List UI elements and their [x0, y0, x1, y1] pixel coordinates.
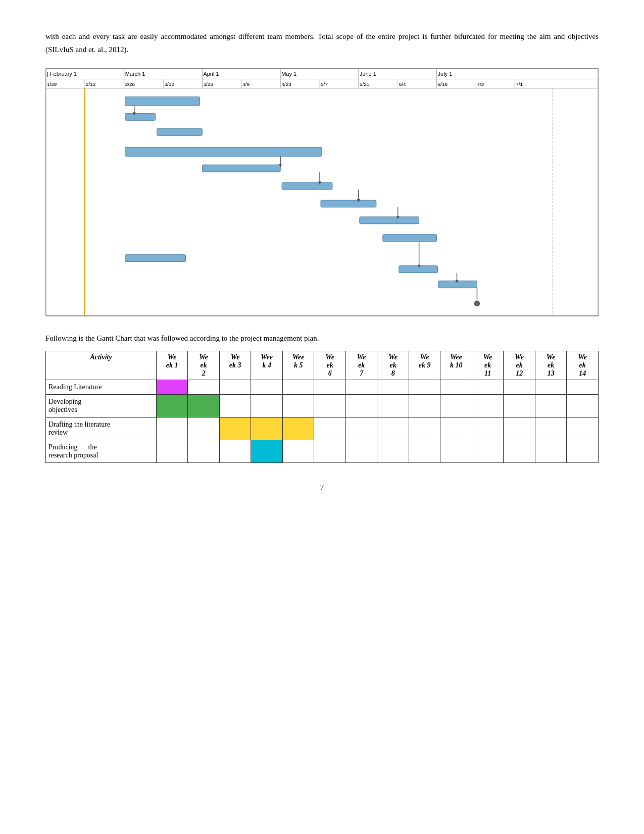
table-row: Producing theresearch proposal [46, 440, 599, 463]
svg-text:7/2: 7/2 [477, 81, 484, 87]
activity-table: Activity Week 1 Week2 Week 3 Week 4 Week… [45, 351, 599, 463]
week-cell-2-6 [314, 395, 346, 418]
week-cell-4-2 [188, 440, 220, 463]
week-cell-3-7 [345, 418, 377, 440]
week-cell-4-1 [156, 440, 188, 463]
week-cell-4-3 [219, 440, 251, 463]
svg-text:April 1: April 1 [203, 71, 219, 77]
week-cell-1-5 [282, 380, 314, 395]
week-cell-4-7 [345, 440, 377, 463]
week-cell-4-12 [504, 440, 535, 463]
svg-rect-51 [282, 182, 332, 190]
week-cell-4-9 [409, 440, 440, 463]
week-header-4: Week 4 [251, 351, 283, 380]
following-text: Following is the Gantt Chart that was fo… [45, 334, 599, 343]
svg-text:3/12: 3/12 [165, 81, 175, 87]
week-header-8: Week8 [377, 351, 409, 380]
svg-rect-57 [360, 217, 419, 224]
week-header-10: Week 10 [440, 351, 472, 380]
svg-text:7/1: 7/1 [516, 81, 523, 87]
svg-rect-54 [321, 200, 376, 207]
table-row: Developingobjectives [46, 395, 599, 418]
svg-text:March 1: March 1 [125, 71, 145, 77]
week-header-5: Week 5 [282, 351, 314, 380]
week-header-1: Week 1 [156, 351, 188, 380]
week-cell-3-4 [251, 418, 283, 440]
svg-text:July 1: July 1 [438, 71, 453, 77]
week-header-6: Week6 [314, 351, 346, 380]
week-cell-3-3 [219, 418, 251, 440]
svg-rect-38 [46, 69, 598, 316]
page-number: 7 [45, 483, 599, 492]
week-cell-1-4 [251, 380, 283, 395]
svg-point-69 [474, 301, 479, 306]
activity-name: Producing theresearch proposal [46, 440, 157, 463]
week-cell-2-4 [251, 395, 283, 418]
svg-rect-47 [125, 147, 322, 156]
svg-rect-48 [202, 165, 280, 172]
week-cell-1-2 [188, 380, 220, 395]
activity-name: Developingobjectives [46, 395, 157, 418]
week-cell-2-7 [345, 395, 377, 418]
svg-text:May 1: May 1 [281, 71, 296, 77]
week-cell-1-3 [219, 380, 251, 395]
week-cell-3-8 [377, 418, 409, 440]
week-cell-3-5 [282, 418, 314, 440]
table-row: Drafting the literaturereview [46, 418, 599, 440]
week-cell-2-8 [377, 395, 409, 418]
svg-text:1/29: 1/29 [47, 81, 57, 87]
week-cell-3-6 [314, 418, 346, 440]
week-cell-3-9 [409, 418, 440, 440]
week-cell-1-12 [504, 380, 535, 395]
week-cell-2-5 [282, 395, 314, 418]
week-cell-1-9 [409, 380, 440, 395]
week-header-11: Week11 [472, 351, 504, 380]
week-cell-3-2 [188, 418, 220, 440]
week-cell-1-10 [440, 380, 472, 395]
week-cell-1-1 [156, 380, 188, 395]
week-cell-1-8 [377, 380, 409, 395]
week-header-13: Week13 [535, 351, 567, 380]
week-cell-2-10 [440, 395, 472, 418]
week-cell-2-9 [409, 395, 440, 418]
week-cell-4-6 [314, 440, 346, 463]
intro-paragraph: with each and every task are easily acco… [45, 30, 599, 56]
week-cell-3-1 [156, 418, 188, 440]
week-header-9: Week 9 [409, 351, 440, 380]
svg-text:4/23: 4/23 [281, 81, 291, 87]
svg-text:4/9: 4/9 [242, 81, 250, 87]
week-cell-2-3 [219, 395, 251, 418]
week-cell-3-11 [472, 418, 504, 440]
svg-rect-42 [125, 97, 200, 106]
svg-text:2/12: 2/12 [86, 81, 96, 87]
week-cell-3-14 [567, 418, 599, 440]
week-cell-2-1 [156, 395, 188, 418]
week-cell-3-13 [535, 418, 567, 440]
svg-text:5/7: 5/7 [321, 81, 328, 87]
week-header-14: Week14 [567, 351, 599, 380]
week-cell-4-4 [251, 440, 283, 463]
week-cell-2-11 [472, 395, 504, 418]
week-cell-4-14 [567, 440, 599, 463]
week-cell-1-13 [535, 380, 567, 395]
week-header-2: Week2 [188, 351, 220, 380]
week-cell-4-5 [282, 440, 314, 463]
svg-rect-62 [399, 266, 438, 273]
week-cell-4-13 [535, 440, 567, 463]
svg-text:6/4: 6/4 [399, 81, 406, 87]
svg-text:6/18: 6/18 [438, 81, 448, 87]
week-cell-4-11 [472, 440, 504, 463]
week-cell-3-10 [440, 418, 472, 440]
week-cell-1-14 [567, 380, 599, 395]
svg-text:| February 1: | February 1 [47, 71, 77, 77]
week-header-7: Week7 [345, 351, 377, 380]
week-cell-3-12 [504, 418, 535, 440]
svg-rect-65 [438, 281, 477, 288]
week-cell-2-14 [567, 395, 599, 418]
week-cell-2-12 [504, 395, 535, 418]
week-cell-2-13 [535, 395, 567, 418]
activity-header: Activity [46, 351, 157, 380]
table-row: Reading Literature [46, 380, 599, 395]
svg-text:3/26: 3/26 [203, 81, 213, 87]
week-cell-2-2 [188, 395, 220, 418]
